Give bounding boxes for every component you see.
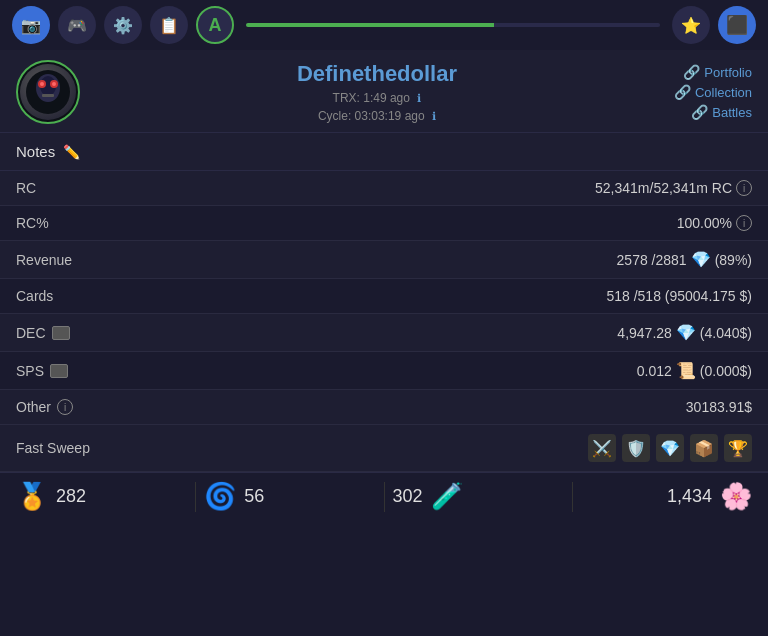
cards-value: 518 /518 (95004.175 $) <box>606 288 752 304</box>
camera-nav-button[interactable]: 📷 <box>12 6 50 44</box>
footer-stats-bar: 🏅 282 🌀 56 302 🧪 1,434 🌸 <box>0 472 768 520</box>
rc-percent-label: RC% <box>16 215 49 231</box>
revenue-gem-icon: 💎 <box>691 250 711 269</box>
trx-info-icon[interactable]: ℹ <box>417 92 421 104</box>
rc-percent-value: 100.00% i <box>677 215 752 231</box>
portfolio-link-icon: 🔗 <box>683 64 700 80</box>
swirl-icon: 🌀 <box>204 481 236 512</box>
footer-divider-3 <box>572 482 573 512</box>
revenue-row: Revenue 2578 /2881 💎 (89%) <box>0 241 768 279</box>
footer-flower-item: 1,434 🌸 <box>581 481 752 512</box>
dec-wallet-icon[interactable] <box>52 326 70 340</box>
revenue-label: Revenue <box>16 252 72 268</box>
profile-section: Definethedollar TRX: 1:49 ago ℹ Cycle: 0… <box>0 50 768 133</box>
sweep-icon-4[interactable]: 📦 <box>690 434 718 462</box>
footer-trophy-item: 🏅 282 <box>16 481 187 512</box>
flower-icon: 🌸 <box>720 481 752 512</box>
battles-link-icon: 🔗 <box>691 104 708 120</box>
profile-info: Definethedollar TRX: 1:49 ago ℹ Cycle: 0… <box>96 61 658 123</box>
rc-percent-row: RC% 100.00% i <box>0 206 768 241</box>
swirl-value: 56 <box>244 486 264 507</box>
dec-label: DEC <box>16 325 70 341</box>
top-navigation: 📷 🎮 ⚙️ 📋 A ⭐ ⬛ <box>0 0 768 50</box>
footer-swirl-item: 🌀 56 <box>204 481 375 512</box>
notes-edit-icon[interactable]: ✏️ <box>63 144 80 160</box>
document-nav-button[interactable]: 📋 <box>150 6 188 44</box>
fast-sweep-row: Fast Sweep ⚔️ 🛡️ 💎 📦 🏆 <box>0 425 768 472</box>
footer-potion-item: 302 🧪 <box>393 481 564 512</box>
cards-label: Cards <box>16 288 53 304</box>
notes-bar: Notes ✏️ <box>0 133 768 171</box>
trx-info: TRX: 1:49 ago ℹ <box>96 91 658 105</box>
rc-percent-info-icon[interactable]: i <box>736 215 752 231</box>
fast-sweep-label: Fast Sweep <box>16 440 90 456</box>
username-text: Definethedollar <box>96 61 658 87</box>
footer-divider-1 <box>195 482 196 512</box>
svg-rect-7 <box>42 94 54 97</box>
dec-value: 4,947.28 💎 (4.040$) <box>617 323 752 342</box>
collection-link-icon: 🔗 <box>674 84 691 100</box>
rc-value: 52,341m/52,341m RC i <box>595 180 752 196</box>
profile-links: 🔗 Portfolio 🔗 Collection 🔗 Battles <box>674 64 752 120</box>
other-value: 30183.91$ <box>686 399 752 415</box>
sweep-icon-5[interactable]: 🏆 <box>724 434 752 462</box>
sweep-icon-2[interactable]: 🛡️ <box>622 434 650 462</box>
sps-value: 0.012 📜 (0.000$) <box>637 361 752 380</box>
gamepad-nav-button[interactable]: 🎮 <box>58 6 96 44</box>
sps-row: SPS 0.012 📜 (0.000$) <box>0 352 768 390</box>
rc-label: RC <box>16 180 36 196</box>
sps-wallet-icon[interactable] <box>50 364 68 378</box>
battles-link[interactable]: 🔗 Battles <box>691 104 752 120</box>
star-nav-button[interactable]: ⭐ <box>672 6 710 44</box>
avatar-image <box>20 64 76 120</box>
other-info-icon[interactable]: i <box>57 399 73 415</box>
portfolio-link[interactable]: 🔗 Portfolio <box>683 64 752 80</box>
rc-info-icon[interactable]: i <box>736 180 752 196</box>
trophy-bag-icon: 🏅 <box>16 481 48 512</box>
progress-bar <box>246 23 660 27</box>
settings-nav-button[interactable]: ⚙️ <box>104 6 142 44</box>
trophy-value: 282 <box>56 486 86 507</box>
avatar <box>16 60 80 124</box>
logo-nav-button[interactable]: A <box>196 6 234 44</box>
notes-label: Notes <box>16 143 55 160</box>
potion-value: 302 <box>393 486 423 507</box>
svg-point-6 <box>52 82 56 86</box>
sps-label: SPS <box>16 363 68 379</box>
sweep-icon-3[interactable]: 💎 <box>656 434 684 462</box>
sps-scroll-icon: 📜 <box>676 361 696 380</box>
svg-point-5 <box>40 82 44 86</box>
cycle-info-icon[interactable]: ℹ <box>432 110 436 122</box>
arrow-nav-button[interactable]: ⬛ <box>718 6 756 44</box>
sweep-icon-1[interactable]: ⚔️ <box>588 434 616 462</box>
dec-row: DEC 4,947.28 💎 (4.040$) <box>0 314 768 352</box>
flower-value: 1,434 <box>667 486 712 507</box>
other-label: Other i <box>16 399 73 415</box>
cards-row: Cards 518 /518 (95004.175 $) <box>0 279 768 314</box>
dec-gem-icon: 💎 <box>676 323 696 342</box>
revenue-value: 2578 /2881 💎 (89%) <box>617 250 752 269</box>
collection-link[interactable]: 🔗 Collection <box>674 84 752 100</box>
rc-row: RC 52,341m/52,341m RC i <box>0 171 768 206</box>
other-row: Other i 30183.91$ <box>0 390 768 425</box>
sweep-icons-group: ⚔️ 🛡️ 💎 📦 🏆 <box>588 434 752 462</box>
footer-divider-2 <box>384 482 385 512</box>
potion-icon: 🧪 <box>431 481 463 512</box>
cycle-info: Cycle: 03:03:19 ago ℹ <box>96 109 658 123</box>
